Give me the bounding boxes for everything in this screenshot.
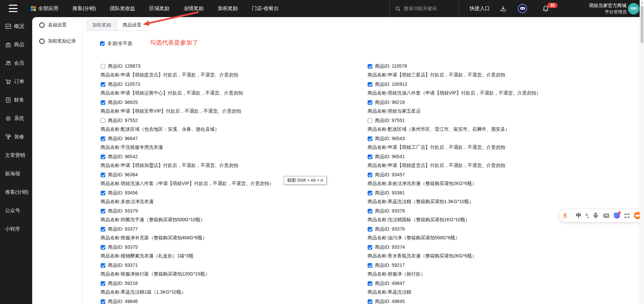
select-all-checkbox[interactable] — [100, 41, 105, 46]
product-checkbox[interactable] — [368, 136, 372, 141]
product-column-right: 商品ID: 110578 商品名称:申请【萌娃三星店】付款后，不退款，不退货。介… — [368, 63, 633, 304]
product-id: 商品ID: 110578 — [375, 63, 407, 69]
product-item: 商品ID: 93374 商品名称:香水香氛洗衣液（整箱购买请拍2KG*6瓶） — [368, 244, 633, 262]
topbar-menu-item[interactable]: 团队奖收益 — [110, 5, 135, 12]
product-checkbox[interactable] — [368, 100, 372, 105]
tab-weighted-reward[interactable]: 加权奖励 — [87, 20, 117, 31]
product-id: 商品ID: 96364 — [108, 172, 138, 178]
topbar-menu-item[interactable]: 加权奖励 — [218, 5, 238, 12]
product-item: 商品ID: 96541 商品名称:申请【萌娃提货点】付款后，不退款，不退货。介意… — [368, 154, 633, 172]
product-item: 商品ID: 98218 商品名称:萌娃当家五星店 — [368, 99, 633, 117]
product-checkbox[interactable] — [368, 82, 372, 87]
product-item: 商品ID: 49845 — [368, 298, 633, 304]
subnav-item[interactable]: 加权奖励记录 — [32, 33, 82, 49]
apps-grid-icon[interactable] — [624, 213, 630, 218]
product-checkbox[interactable] — [101, 155, 105, 159]
product-checkbox[interactable] — [368, 64, 372, 69]
sidebar-item[interactable]: 商品 — [0, 36, 32, 54]
sidebar-item[interactable]: 会员 — [0, 54, 32, 72]
search-input[interactable]: 搜索功能关键词 — [395, 0, 437, 17]
product-checkbox[interactable] — [101, 299, 105, 304]
product-checkbox[interactable] — [101, 245, 105, 250]
product-checkbox[interactable] — [368, 118, 372, 123]
scrollbar-up-arrow[interactable]: ▲ — [640, 1, 644, 4]
robot-assistant-icon[interactable] — [518, 0, 527, 17]
product-id: 商品ID: 93375 — [108, 244, 138, 250]
hamburger-icon[interactable] — [9, 5, 17, 12]
product-name: 商品名称:植物酵素洗衣液（礼盒款）1箱*3瓶 — [101, 253, 366, 260]
microphone-icon[interactable] — [593, 212, 599, 219]
tab-product-settings[interactable]: 商品设置 — [117, 20, 147, 31]
scrollbar-thumb[interactable] — [641, 6, 643, 43]
product-checkbox[interactable] — [368, 281, 372, 286]
product-checkbox[interactable] — [368, 173, 372, 177]
sidebar-item[interactable]: 装修 — [0, 128, 32, 146]
product-name: 商品名称:手洗校服专用洗衣液 — [101, 144, 366, 151]
scrollbar[interactable]: ▲ — [640, 0, 644, 304]
select-all-row[interactable]: 全选/全不选 — [100, 41, 132, 47]
sidebar-item[interactable]: ¥财务 — [0, 91, 32, 109]
product-checkbox[interactable] — [101, 173, 105, 177]
product-checkbox[interactable] — [101, 263, 105, 268]
sidebar-item[interactable]: 小程序 — [0, 220, 32, 238]
subnav-item[interactable]: 基础设置 — [32, 17, 82, 33]
product-id: 商品ID: 93374 — [375, 244, 405, 250]
chinese-mode-icon[interactable]: 中 — [576, 212, 581, 219]
product-checkbox[interactable] — [101, 227, 105, 232]
product-item: 商品ID: 98925 商品名称:申请【萌娃至尊VIP】付款后，不退款，不退货。… — [101, 99, 366, 117]
product-id: 商品ID: 93456 — [108, 190, 138, 196]
sidebar-item[interactable]: 概况 — [0, 17, 32, 36]
avatar[interactable] — [628, 3, 639, 14]
product-checkbox[interactable] — [368, 155, 372, 159]
sidebar-item[interactable]: 系统 — [0, 109, 32, 128]
product-checkbox[interactable] — [101, 100, 105, 105]
product-checkbox[interactable] — [368, 263, 372, 268]
ime-toolbar: S 中 °, ✦ — [559, 209, 644, 222]
sidebar: 概况商品会员订单¥财务系统装修文章营销新海报推客(分销)公众号小程序 — [0, 17, 32, 304]
product-checkbox[interactable] — [101, 64, 105, 69]
keyboard-icon[interactable] — [603, 212, 609, 219]
main-panel: 基础设置加权奖励记录 加权奖励 商品设置 全选/全不选 勾选代表是参加了 商品I… — [32, 17, 644, 304]
store-role: 平台管理员 — [589, 9, 627, 15]
store-info: 萌娃当家官方商城 平台管理员 — [589, 2, 627, 15]
bell-icon[interactable] — [542, 0, 549, 17]
subnav: 基础设置加权奖励记录 — [32, 17, 83, 304]
topbar-menu-item[interactable]: 全部应用 — [31, 5, 58, 12]
product-checkbox[interactable] — [101, 82, 105, 87]
topbar-menu-item[interactable]: 区域奖励 — [149, 5, 169, 12]
product-name: 商品名称:萌娃当家五星店 — [368, 108, 633, 115]
sidebar-item[interactable]: 推客(分销) — [0, 183, 32, 201]
sidebar-item[interactable]: 文章营销 — [0, 146, 32, 165]
sidebar-item[interactable]: 订单 — [0, 72, 32, 91]
sogou-logo-icon[interactable]: S — [563, 212, 567, 220]
product-checkbox[interactable] — [101, 281, 105, 286]
emoji-icon[interactable] — [614, 212, 620, 219]
sidebar-item[interactable]: 公众号 — [0, 201, 32, 220]
download-icon[interactable] — [500, 0, 506, 17]
product-id: 商品ID: 100912 — [375, 81, 408, 87]
topbar-menu-item[interactable]: 推客(分销) — [72, 5, 96, 12]
topbar-divider — [389, 0, 390, 17]
product-checkbox[interactable] — [368, 227, 372, 232]
topbar-menu-item[interactable]: 门店-收银台 — [252, 5, 279, 12]
sidebar-item[interactable]: 新海报 — [0, 165, 32, 183]
product-item: 商品ID: 96542 商品名称:申请【萌娃加盟店】付款后，不退款，不退货。介意… — [101, 154, 366, 172]
product-checkbox[interactable] — [368, 191, 372, 195]
product-checkbox[interactable] — [101, 136, 105, 141]
product-checkbox[interactable] — [368, 299, 372, 304]
product-checkbox[interactable] — [101, 209, 105, 214]
tab-bar: 加权奖励 商品设置 — [86, 19, 148, 31]
quick-entry-button[interactable]: 快捷入口 — [470, 0, 490, 17]
system-icon — [5, 115, 11, 122]
product-checkbox[interactable] — [101, 191, 105, 195]
punctuation-icon[interactable]: °, — [586, 213, 588, 219]
product-name: 商品名称:申请【萌娃提货点】付款后，不退款，不退货。介意勿拍 — [101, 72, 366, 79]
product-checkbox[interactable] — [101, 118, 105, 123]
topbar-menu-item[interactable]: 业绩奖励 — [183, 5, 204, 12]
product-checkbox[interactable] — [368, 209, 372, 214]
product-item: 商品ID: 49847 商品名称:果蔬洗洁精 — [368, 280, 633, 298]
product-id: 商品ID: 93457 — [375, 172, 405, 178]
product-name: 商品名称:校服净（旅行款） — [368, 271, 633, 278]
topbar: 全部应用推客(分销)团队奖收益区域奖励业绩奖励加权奖励门店-收银台 搜索功能关键… — [0, 0, 644, 17]
product-checkbox[interactable] — [368, 245, 372, 250]
